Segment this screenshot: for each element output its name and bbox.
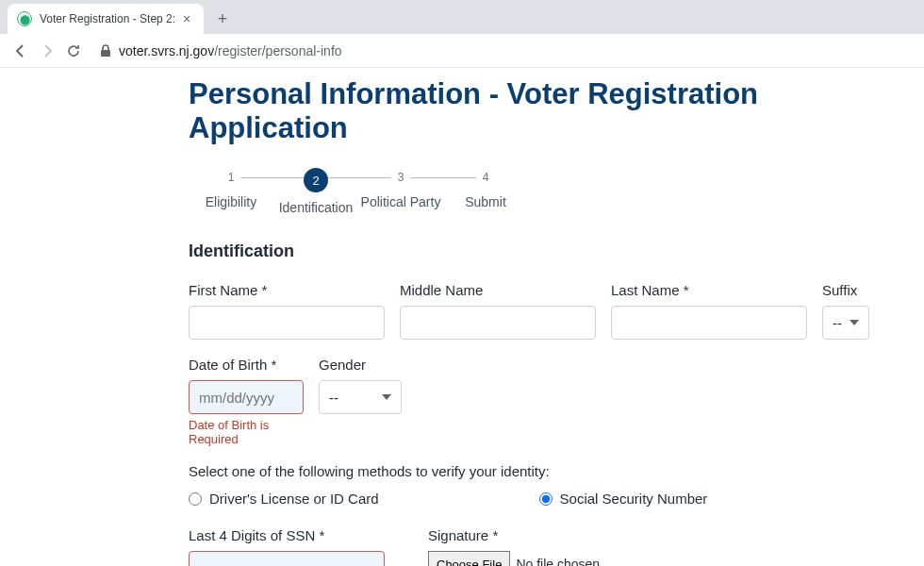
last-name-label: Last Name * xyxy=(611,282,807,298)
lock-icon xyxy=(100,44,111,58)
step-label: Identification xyxy=(279,200,354,215)
gender-field: Gender -- xyxy=(319,357,402,446)
reload-icon xyxy=(66,43,81,58)
page-content: Personal Information - Voter Registratio… xyxy=(0,68,924,566)
suffix-field: Suffix -- xyxy=(822,282,869,340)
middle-name-input[interactable] xyxy=(400,306,596,340)
step-eligibility[interactable]: 1 Eligibility xyxy=(189,168,273,209)
close-tab-icon[interactable]: × xyxy=(179,11,194,26)
verify-ssn-label: Social Security Number xyxy=(560,491,708,507)
dob-field: Date of Birth * Date of Birth is Require… xyxy=(189,357,304,446)
dob-error: Date of Birth is Required xyxy=(189,418,304,446)
arrow-left-icon xyxy=(13,43,28,58)
svg-rect-0 xyxy=(101,50,110,57)
signature-label: Signature * xyxy=(428,527,786,543)
first-name-field: First Name * xyxy=(189,282,385,340)
ssn-field: Last 4 Digits of SSN * Invalid SSN xyxy=(189,527,385,566)
step-line xyxy=(401,177,486,178)
first-name-input[interactable] xyxy=(189,306,385,340)
dob-gender-row: Date of Birth * Date of Birth is Require… xyxy=(189,357,867,446)
progress-stepper: 1 Eligibility 2 Identification 3 Politic… xyxy=(189,168,867,215)
step-political-party[interactable]: 3 Political Party xyxy=(358,168,443,209)
step-number: 4 xyxy=(476,168,495,187)
forward-button[interactable] xyxy=(34,38,60,64)
browser-toolbar: voter.svrs.nj.gov/register/personal-info xyxy=(0,34,924,68)
url-path: /register/personal-info xyxy=(214,43,341,58)
suffix-select[interactable]: -- xyxy=(822,306,869,340)
name-row: First Name * Middle Name Last Name * Suf… xyxy=(189,282,867,340)
last-name-input[interactable] xyxy=(611,306,807,340)
tab-title: Voter Registration - Step 2: Perso xyxy=(40,12,179,25)
new-tab-button[interactable]: + xyxy=(209,6,236,32)
url-host: voter.svrs.nj.gov xyxy=(119,43,214,58)
dob-input[interactable] xyxy=(189,380,304,414)
middle-name-label: Middle Name xyxy=(400,282,596,298)
verify-options: Driver's License or ID Card Social Secur… xyxy=(189,491,867,507)
reload-button[interactable] xyxy=(60,38,87,64)
step-line xyxy=(316,177,401,178)
url-bar[interactable]: voter.svrs.nj.gov/register/personal-info xyxy=(94,43,916,58)
ssn-label: Last 4 Digits of SSN * xyxy=(189,527,385,543)
file-input-row: Choose File No file chosen xyxy=(428,551,786,566)
first-name-label: First Name * xyxy=(189,282,385,298)
verify-dl-radio[interactable] xyxy=(189,492,202,506)
browser-tab-bar: ⬤ Voter Registration - Step 2: Perso × + xyxy=(0,0,924,34)
suffix-label: Suffix xyxy=(822,282,869,298)
last-name-field: Last Name * xyxy=(611,282,807,340)
ssn-signature-row: Last 4 Digits of SSN * Invalid SSN Signa… xyxy=(189,527,867,566)
step-number: 3 xyxy=(391,168,410,187)
arrow-right-icon xyxy=(40,43,55,58)
gender-select[interactable]: -- xyxy=(319,380,402,414)
signature-field: Signature * Choose File No file chosen M… xyxy=(428,527,786,566)
section-title: Identification xyxy=(189,241,867,261)
step-label: Political Party xyxy=(361,194,441,209)
file-status: No file chosen xyxy=(516,557,600,566)
step-number: 1 xyxy=(222,168,240,187)
url-text: voter.svrs.nj.gov/register/personal-info xyxy=(119,43,342,58)
step-label: Eligibility xyxy=(206,194,256,209)
verify-ssn-radio[interactable] xyxy=(539,492,553,506)
choose-file-button[interactable]: Choose File xyxy=(428,551,510,566)
middle-name-field: Middle Name xyxy=(400,282,596,340)
ssn-input[interactable] xyxy=(189,551,385,566)
dob-label: Date of Birth * xyxy=(189,357,304,373)
verify-dl-label: Driver's License or ID Card xyxy=(209,491,379,507)
favicon-icon: ⬤ xyxy=(17,11,32,26)
verify-prompt: Select one of the following methods to v… xyxy=(189,463,867,479)
back-button[interactable] xyxy=(8,38,34,64)
step-label: Submit xyxy=(465,194,506,209)
verify-dl-option[interactable]: Driver's License or ID Card xyxy=(189,491,379,507)
step-number: 2 xyxy=(304,168,328,192)
step-identification[interactable]: 2 Identification xyxy=(273,168,358,215)
gender-label: Gender xyxy=(319,357,402,373)
verify-ssn-option[interactable]: Social Security Number xyxy=(539,491,708,507)
step-submit[interactable]: 4 Submit xyxy=(443,168,528,209)
page-title: Personal Information - Voter Registratio… xyxy=(189,77,867,145)
browser-tab[interactable]: ⬤ Voter Registration - Step 2: Perso × xyxy=(8,4,204,34)
